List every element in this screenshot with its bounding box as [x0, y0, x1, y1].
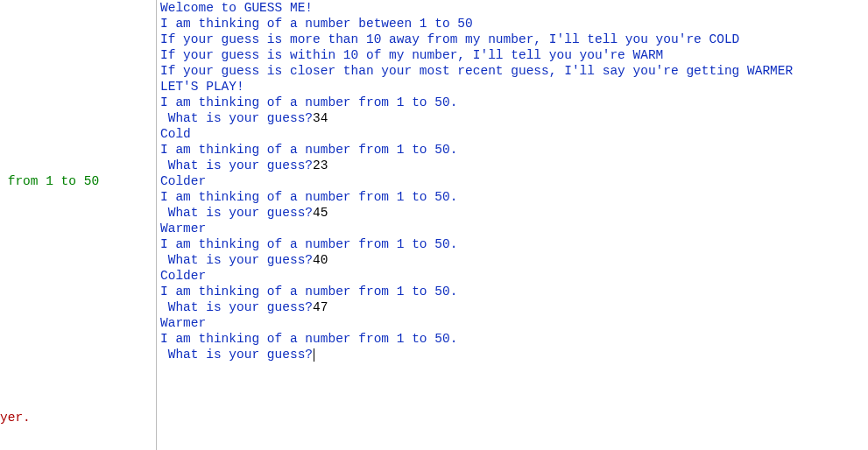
user-input: 40 — [313, 253, 328, 267]
console-line: I am thinking of a number from 1 to 50. — [160, 236, 868, 252]
console-output-pane[interactable]: Welcome to GUESS ME! I am thinking of a … — [156, 0, 868, 450]
user-input: 45 — [313, 206, 328, 220]
text-cursor — [314, 348, 314, 362]
code-editor-pane[interactable]: from 1 to 50 yer. between 1 to 50') 10 a… — [0, 0, 156, 450]
console-line: If your guess is within 10 of my number,… — [160, 47, 868, 63]
console-line: If your guess is closer than your most r… — [160, 63, 868, 79]
user-input: 47 — [313, 300, 328, 314]
code-string-fragment: from 1 to 50 — [0, 174, 99, 188]
console-line: Warmer — [160, 221, 868, 236]
console-line: Cold — [160, 126, 868, 142]
console-line: I am thinking of a number from 1 to 50. — [160, 284, 868, 299]
console-line: I am thinking of a number from 1 to 50. — [160, 142, 868, 158]
console-line: Colder — [160, 268, 868, 284]
code-comment-fragment: yer. — [0, 411, 31, 425]
console-line: I am thinking of a number between 1 to 5… — [160, 16, 868, 32]
console-line: I am thinking of a number from 1 to 50. — [160, 331, 868, 347]
console-line: LET'S PLAY! — [160, 79, 868, 95]
console-line: If your guess is more than 10 away from … — [160, 32, 868, 47]
console-line: I am thinking of a number from 1 to 50. — [160, 189, 868, 205]
console-prompt-line: What is your guess?40 — [160, 252, 868, 268]
user-input: 34 — [313, 111, 328, 125]
console-line: I am thinking of a number from 1 to 50. — [160, 95, 868, 110]
console-prompt-line: What is your guess?47 — [160, 299, 868, 315]
console-line: Welcome to GUESS ME! — [160, 0, 868, 16]
console-prompt-line: What is your guess?45 — [160, 205, 868, 221]
console-prompt-line: What is your guess?34 — [160, 110, 868, 126]
console-prompt-line[interactable]: What is your guess? — [160, 347, 868, 362]
user-input: 23 — [313, 158, 328, 172]
console-prompt-line: What is your guess?23 — [160, 158, 868, 173]
console-line: Warmer — [160, 315, 868, 331]
console-line: Colder — [160, 173, 868, 189]
